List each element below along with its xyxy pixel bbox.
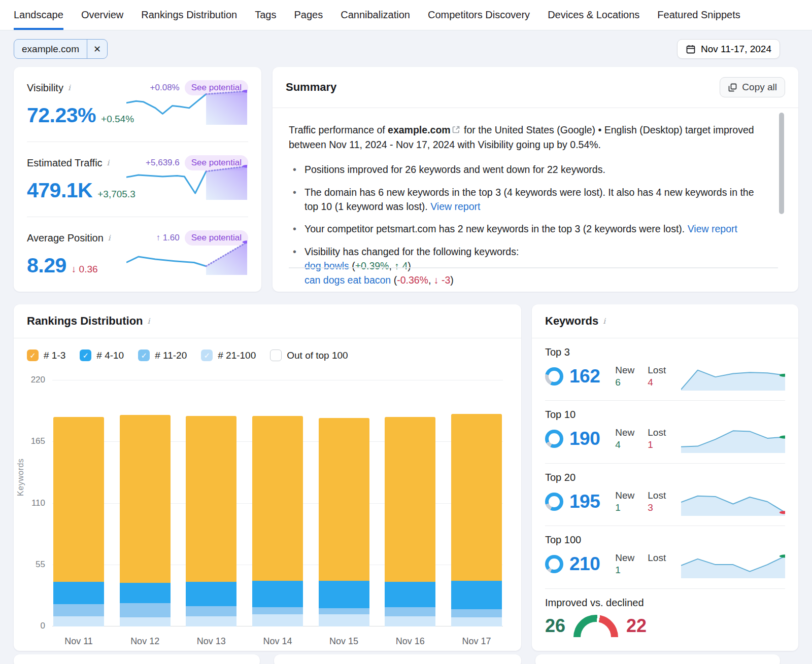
keywords-row-top3: Top 3 162 New6 Lost4 (545, 338, 785, 400)
improved-declined-gauge (573, 615, 618, 637)
legend-filter-4-10[interactable]: ✓ # 4-10 (80, 350, 124, 361)
domain-filter-chip[interactable]: example.com ✕ (14, 39, 108, 59)
traffic-label: Estimated Traffic (27, 157, 103, 169)
summary-bullet-4: Visibility has changed for the following… (289, 245, 764, 287)
info-icon[interactable]: i (107, 158, 110, 167)
info-icon[interactable]: i (603, 317, 605, 326)
top3-lost: 4 (648, 377, 666, 388)
view-report-link[interactable]: View report (688, 223, 737, 234)
top-nav: Landscape Overview Rankings Distribution… (0, 0, 812, 30)
bar-nov-16[interactable] (385, 417, 435, 626)
x-axis-labels: Nov 11Nov 12Nov 13Nov 14Nov 15Nov 16Nov … (52, 636, 503, 647)
average-position-metric: Average Position i ↑ 1.60 See potential … (27, 217, 248, 292)
summary-domain: example.com (388, 124, 451, 135)
top10-sparkline (681, 425, 785, 453)
summary-title: Summary (286, 81, 336, 94)
date-range-button[interactable]: Nov 11-17, 2024 (677, 39, 780, 59)
date-range-label: Nov 11-17, 2024 (701, 44, 771, 55)
bar-nov-12[interactable] (120, 415, 171, 626)
checkbox-checked-icon[interactable]: ✓ (201, 350, 213, 361)
tab-pages[interactable]: Pages (294, 0, 323, 30)
donut-icon (545, 493, 563, 511)
info-icon[interactable]: i (68, 83, 71, 92)
keywords-row-top20: Top 20 195 New1 Lost3 (545, 463, 785, 526)
tab-rankings-distribution[interactable]: Rankings Distribution (141, 0, 237, 30)
stacked-bar-plot[interactable]: 055110165220 (52, 380, 503, 626)
rankings-distribution-card: Rankings Distribution i ✓ # 1-3 ✓ # 4-10… (14, 304, 521, 651)
bar-nov-14[interactable] (252, 416, 303, 626)
view-report-link[interactable]: View report (430, 201, 480, 212)
domain-chip-label: example.com (14, 44, 87, 55)
top3-new: 6 (615, 377, 634, 388)
position-sparkline (126, 238, 247, 275)
tab-cannibalization[interactable]: Cannibalization (341, 0, 410, 30)
visibility-sparkline (126, 88, 247, 125)
position-delta: ↓ 0.36 (72, 264, 98, 275)
bar-nov-11[interactable] (53, 417, 104, 626)
keywords-title: Keywords (545, 314, 598, 328)
checkbox-checked-icon[interactable]: ✓ (27, 350, 39, 361)
position-label: Average Position (27, 232, 104, 244)
traffic-sparkline (126, 163, 247, 200)
top3-sparkline (681, 362, 785, 391)
summary-body: Traffic performance of example.com for t… (273, 108, 798, 287)
next-card-peek (14, 654, 260, 664)
top20-new: 1 (615, 502, 634, 513)
info-icon[interactable]: i (148, 317, 150, 326)
chip-close-icon[interactable]: ✕ (87, 40, 107, 58)
rankings-title: Rankings Distribution (27, 314, 143, 328)
filter-row: example.com ✕ Nov 11-17, 2024 (0, 30, 812, 59)
legend-filter-11-20[interactable]: ✓ # 11-20 (138, 350, 187, 361)
keywords-card: Keywords i Top 3 162 New6 Lost4 Top 10 (532, 304, 798, 651)
top10-count: 190 (569, 428, 600, 449)
bar-nov-15[interactable] (319, 418, 369, 626)
y-axis-label: Keywords (16, 458, 25, 496)
tab-devices-locations[interactable]: Devices & Locations (548, 0, 639, 30)
top10-new: 4 (615, 439, 634, 450)
improved-declined-row: Improved vs. declined 26 22 (545, 588, 785, 651)
keywords-row-top10: Top 10 190 New4 Lost1 (545, 400, 785, 463)
improved-count: 26 (545, 615, 565, 637)
tab-landscape[interactable]: Landscape (14, 0, 63, 30)
checkbox-unchecked-icon[interactable] (270, 350, 282, 361)
bar-nov-13[interactable] (186, 416, 236, 626)
summary-bullet-3: Your competitor petsmart.com has 2 new k… (289, 222, 764, 236)
copy-all-button[interactable]: Copy all (720, 77, 785, 97)
visibility-label: Visibility (27, 82, 63, 94)
legend-filter-out-of-top-100[interactable]: Out of top 100 (270, 350, 348, 361)
next-card-peek (535, 654, 780, 664)
legend-filter-1-3[interactable]: ✓ # 1-3 (27, 350, 65, 361)
tab-overview[interactable]: Overview (81, 0, 123, 30)
legend-filter-21-100[interactable]: ✓ # 21-100 (201, 350, 256, 361)
donut-icon (545, 430, 563, 448)
external-link-icon[interactable] (452, 124, 460, 138)
top3-count: 162 (569, 366, 600, 387)
top100-count: 210 (569, 553, 600, 575)
summary-bullet-1: Positions improved for 26 keywords and w… (289, 163, 764, 177)
top10-lost: 1 (648, 439, 666, 450)
visibility-metric: Visibility i +0.08% See potential 72.23%… (27, 67, 248, 142)
rankings-chart: Keywords 055110165220 Nov 11Nov 12Nov 13… (24, 373, 506, 647)
top100-sparkline (681, 550, 785, 578)
keyword-link-dog-bowls[interactable]: dog bowls (304, 260, 349, 271)
declined-count: 22 (626, 615, 647, 637)
tab-featured-snippets[interactable]: Featured Snippets (657, 0, 740, 30)
bar-nov-17[interactable] (451, 414, 502, 626)
top20-count: 195 (569, 491, 600, 512)
top100-new: 1 (615, 565, 634, 576)
checkbox-checked-icon[interactable]: ✓ (138, 350, 150, 361)
rankings-legend: ✓ # 1-3 ✓ # 4-10 ✓ # 11-20 ✓ # 21-100 Ou… (14, 338, 521, 364)
tab-competitors-discovery[interactable]: Competitors Discovery (428, 0, 530, 30)
summary-scrollbar[interactable] (779, 113, 784, 214)
visibility-value: 72.23% (27, 103, 96, 127)
summary-bullet-2: The domain has 6 new keywords in the top… (289, 186, 764, 214)
top20-lost: 3 (648, 502, 666, 513)
estimated-traffic-metric: Estimated Traffic i +5,639.6 See potenti… (27, 142, 248, 217)
copy-icon (728, 83, 737, 92)
traffic-value: 479.1K (27, 179, 92, 202)
tab-tags[interactable]: Tags (255, 0, 276, 30)
checkbox-checked-icon[interactable]: ✓ (80, 350, 91, 361)
top20-sparkline (681, 487, 785, 516)
keyword-link-can-dogs-eat-bacon[interactable]: can dogs eat bacon (304, 274, 391, 286)
info-icon[interactable]: i (108, 233, 111, 242)
